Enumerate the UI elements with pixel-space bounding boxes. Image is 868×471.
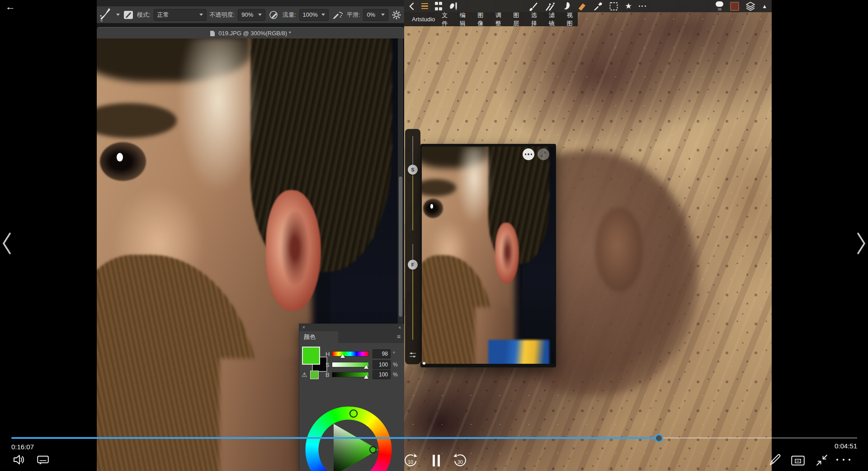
scrollbar-thumb[interactable] bbox=[399, 176, 402, 317]
previous-chevron[interactable] bbox=[1, 232, 12, 255]
color-panel-header: × « bbox=[299, 324, 404, 331]
flow-slider-track[interactable] bbox=[412, 244, 413, 262]
rewind-10-button[interactable]: 10 bbox=[402, 452, 419, 469]
panel-menu-icon[interactable]: ≡ bbox=[397, 331, 404, 343]
menu-file[interactable]: 文件 bbox=[442, 11, 453, 28]
flow-select[interactable]: 100% bbox=[299, 9, 329, 21]
brush-size-value: 38 bbox=[717, 7, 722, 11]
menu-image[interactable]: 图像 bbox=[477, 11, 488, 28]
saturation-value[interactable]: 100 bbox=[373, 360, 391, 369]
pressure-opacity-icon[interactable] bbox=[269, 10, 279, 20]
menu-edit[interactable]: 编辑 bbox=[460, 11, 471, 28]
saturation-row: S 100 % bbox=[326, 360, 398, 369]
chevron-down-icon[interactable] bbox=[116, 14, 120, 16]
photo-shading bbox=[100, 142, 146, 181]
document-title-bar[interactable]: 019.JPG @ 300%(RGB/8) * bbox=[97, 27, 404, 39]
hue-row: H 98 ° bbox=[326, 349, 395, 358]
resize-arrows-icon bbox=[541, 152, 546, 157]
saturation-slider[interactable] bbox=[332, 362, 369, 367]
progress-knob[interactable] bbox=[655, 434, 663, 442]
mode-value: 正常 bbox=[157, 11, 169, 19]
more-options-button[interactable] bbox=[836, 459, 850, 461]
menu-select[interactable]: 选择 bbox=[531, 11, 542, 28]
menu-icon[interactable] bbox=[421, 1, 428, 11]
smoothing-select[interactable]: 0% bbox=[363, 9, 388, 21]
color-panel-body: ⚠ H 98 ° S 100 % bbox=[299, 343, 404, 471]
brush-preset-picker[interactable]: 8 bbox=[99, 8, 113, 22]
gear-icon[interactable] bbox=[392, 10, 401, 20]
chevron-left-icon[interactable] bbox=[409, 1, 415, 11]
brush-size-indicator[interactable]: 38 bbox=[716, 1, 723, 11]
progress-bar-filled[interactable] bbox=[11, 437, 659, 439]
eraser-tool-icon[interactable] bbox=[577, 1, 587, 11]
miniplayer-button[interactable] bbox=[791, 456, 805, 466]
mode-label: 模式: bbox=[137, 11, 151, 19]
gallery-grid-icon[interactable] bbox=[435, 1, 442, 11]
reference-more-button[interactable] bbox=[523, 148, 534, 160]
smudge-tool-icon[interactable] bbox=[561, 1, 571, 11]
current-color-swatch[interactable] bbox=[730, 2, 739, 11]
saturation-slider-knob[interactable] bbox=[364, 365, 368, 369]
more-tools-icon[interactable] bbox=[639, 1, 646, 11]
menu-layer[interactable]: 图层 bbox=[513, 11, 524, 28]
size-slider-fill[interactable] bbox=[412, 174, 413, 230]
brightness-value[interactable]: 100 bbox=[373, 370, 391, 379]
saturation-label: S bbox=[326, 362, 332, 368]
back-button[interactable]: ← bbox=[5, 1, 15, 13]
exit-fullscreen-button[interactable] bbox=[816, 454, 828, 466]
volume-icon[interactable] bbox=[13, 454, 25, 466]
favorites-star-icon[interactable]: ★ bbox=[625, 1, 632, 11]
size-slider-knob[interactable]: S bbox=[408, 165, 418, 175]
flow-slider-knob[interactable]: F bbox=[408, 260, 418, 270]
artstudio-toolbar: ★ 38 ▲ bbox=[404, 0, 772, 12]
forward-30-button[interactable]: 30 bbox=[452, 452, 468, 469]
brightness-slider[interactable] bbox=[332, 372, 369, 377]
subtitles-icon[interactable] bbox=[37, 456, 49, 465]
close-icon[interactable]: × bbox=[302, 325, 305, 330]
photo-shading bbox=[281, 211, 309, 285]
hue-label: H bbox=[326, 351, 332, 357]
paintbrush-tool-icon[interactable] bbox=[528, 1, 538, 11]
airbrush-icon[interactable] bbox=[332, 10, 344, 20]
menu-filter[interactable]: 滤镜 bbox=[549, 11, 560, 28]
collapse-toolbar-icon[interactable]: ▲ bbox=[762, 1, 767, 11]
brightness-slider-knob[interactable] bbox=[364, 375, 368, 379]
size-slider-track[interactable] bbox=[412, 136, 413, 169]
gamut-color-swatch[interactable] bbox=[310, 371, 319, 379]
photo-shading bbox=[488, 340, 549, 364]
chevron-down-icon bbox=[199, 14, 203, 16]
slider-settings-icon[interactable] bbox=[409, 352, 416, 358]
hue-slider-knob[interactable] bbox=[340, 354, 345, 358]
notes-pencil-button[interactable] bbox=[769, 453, 782, 466]
menu-adjust[interactable]: 调整 bbox=[495, 11, 506, 28]
hue-slider[interactable] bbox=[332, 351, 369, 357]
hue-value[interactable]: 98 bbox=[373, 349, 391, 358]
reference-image-panel[interactable] bbox=[420, 144, 556, 367]
mode-select[interactable]: 正常 bbox=[154, 9, 207, 21]
brush-panel-toggle[interactable] bbox=[123, 10, 134, 20]
next-chevron[interactable] bbox=[856, 232, 867, 255]
opacity-value: 90% bbox=[241, 11, 253, 18]
marquee-select-icon[interactable] bbox=[609, 1, 618, 11]
flow-slider-fill[interactable] bbox=[412, 269, 413, 340]
ring-selector[interactable] bbox=[350, 410, 357, 417]
tab-color[interactable]: 颜色 bbox=[299, 331, 338, 343]
video-frame: 8 模式: 正常 不透明度: 90% 流量: 100% bbox=[97, 0, 772, 471]
menu-view[interactable]: 视图 bbox=[566, 11, 577, 28]
layers-icon[interactable] bbox=[746, 1, 755, 11]
pause-button[interactable] bbox=[432, 454, 440, 467]
brush-pencil-icon[interactable] bbox=[449, 1, 459, 11]
reference-handle-dot[interactable] bbox=[423, 362, 425, 365]
opacity-select[interactable]: 90% bbox=[238, 9, 265, 21]
mixer-brush-tool-icon[interactable] bbox=[545, 1, 555, 11]
foreground-color-swatch[interactable] bbox=[302, 347, 320, 365]
progress-bar-remaining[interactable] bbox=[663, 438, 857, 438]
elapsed-time: 0:16:07 bbox=[11, 443, 34, 451]
photo-shading bbox=[177, 38, 260, 194]
menu-artstudio[interactable]: Artstudio bbox=[412, 16, 435, 23]
gamut-warning-icon[interactable]: ⚠ bbox=[302, 371, 307, 378]
eyedropper-tool-icon[interactable] bbox=[594, 1, 603, 11]
photoshop-options-bar: 8 模式: 正常 不透明度: 90% 流量: 100% bbox=[97, 6, 404, 24]
collapse-icon[interactable]: « bbox=[398, 325, 401, 330]
reference-resize-button[interactable] bbox=[538, 148, 549, 160]
